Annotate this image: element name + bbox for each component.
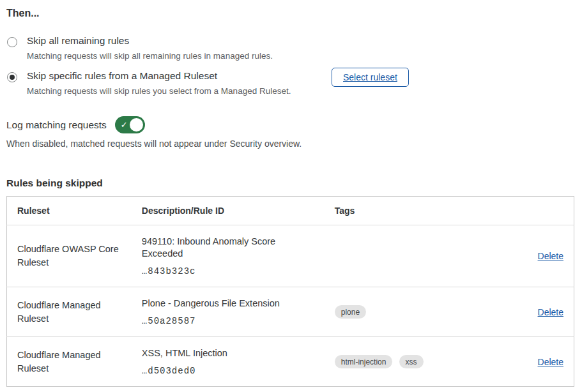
description-cell: 949110: Inbound Anomaly Score Exceeded …… [132,225,325,287]
tags-cell: html-injection xss [325,337,484,387]
tags-cell [325,225,484,287]
option-description: Matching requests will skip all remainin… [27,51,273,61]
column-header-ruleset: Ruleset [7,197,132,225]
rules-being-skipped-table: Ruleset Description/Rule ID Tags Cloudfl… [6,196,574,387]
option-skip-all-remaining: Skip all remaining rules Matching reques… [6,35,574,61]
option-description: Matching requests will skip rules you se… [27,86,291,96]
table-row: Cloudflare Managed Ruleset XSS, HTML Inj… [7,337,574,387]
tags-cell: plone [325,287,484,337]
delete-link[interactable]: Delete [538,357,563,367]
radio-skip-all-remaining[interactable] [7,37,17,47]
ruleset-name: Cloudflare OWASP Core Ruleset [7,225,132,287]
option-label[interactable]: Skip specific rules from a Managed Rules… [27,70,291,82]
option-text-block: Skip all remaining rules Matching reques… [27,35,273,61]
option-skip-specific-rules: Skip specific rules from a Managed Rules… [6,70,574,96]
toggle-knob [130,118,143,132]
check-icon: ✓ [121,121,128,129]
then-heading: Then... [6,8,574,19]
log-toggle-switch[interactable]: ✓ [115,116,145,133]
tag-pill: html-injection [335,355,393,368]
option-label[interactable]: Skip all remaining rules [27,35,273,47]
log-toggle-label: Log matching requests [6,119,107,131]
column-header-description: Description/Rule ID [132,197,325,225]
description-cell: XSS, HTML Injection …d503ded0 [132,337,325,387]
actions-cell: Delete [483,287,574,337]
rule-id: …d503ded0 [142,366,314,376]
table-row: Cloudflare OWASP Core Ruleset 949110: In… [7,225,574,287]
delete-link[interactable]: Delete [538,307,563,317]
option-text-block: Skip specific rules from a Managed Rules… [27,70,291,96]
log-toggle-help-text: When disabled, matched requests will not… [6,139,574,149]
rule-description: 949110: Inbound Anomaly Score Exceeded [142,236,314,260]
log-matching-requests-row: Log matching requests ✓ [6,116,574,133]
delete-link[interactable]: Delete [538,251,563,261]
select-ruleset-button[interactable]: Select ruleset [332,68,409,87]
column-header-tags: Tags [325,197,484,225]
tag-pill: plone [335,305,366,319]
description-cell: Plone - Dangerous File Extension …50a285… [132,287,325,337]
rule-id: …843b323c [142,266,314,276]
rule-description: Plone - Dangerous File Extension [142,298,314,310]
waf-skip-rule-form: Then... Skip all remaining rules Matchin… [0,0,582,387]
rule-id: …50a28587 [142,316,314,326]
actions-cell: Delete [483,225,574,287]
rules-being-skipped-heading: Rules being skipped [6,177,574,189]
tag-pill: xss [399,355,424,368]
radio-skip-specific-rules[interactable] [7,72,17,82]
column-header-actions [483,197,574,225]
rule-description: XSS, HTML Injection [142,347,314,359]
actions-cell: Delete [483,337,574,387]
ruleset-name: Cloudflare Managed Ruleset [7,337,132,387]
table-row: Cloudflare Managed Ruleset Plone - Dange… [7,287,574,337]
ruleset-name: Cloudflare Managed Ruleset [7,287,132,337]
table-header-row: Ruleset Description/Rule ID Tags [7,197,574,225]
